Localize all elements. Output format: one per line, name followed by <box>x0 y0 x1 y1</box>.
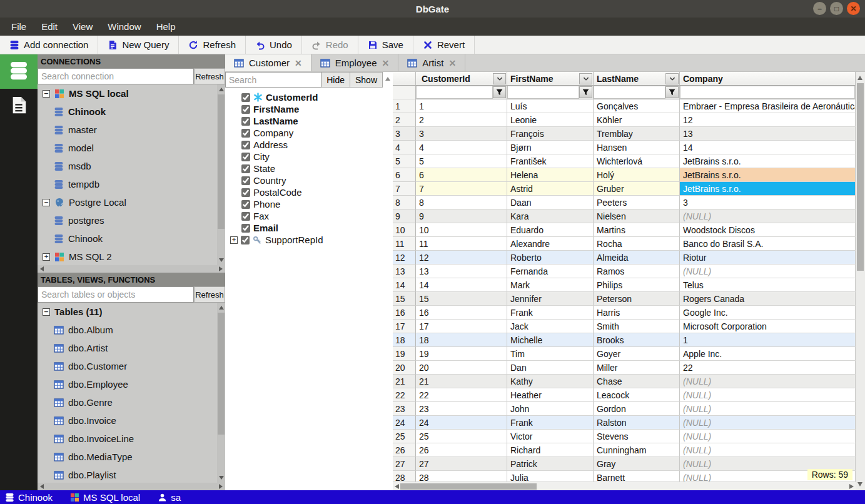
table-item[interactable]: dbo.MediaType <box>38 448 225 466</box>
data-cell[interactable]: Ralston <box>594 416 680 430</box>
data-cell[interactable]: 4 <box>416 141 507 154</box>
tab-employee[interactable]: Employee✕ <box>311 54 398 71</box>
column-toggle-row[interactable]: Email <box>229 222 383 234</box>
column-checkbox[interactable] <box>241 117 250 126</box>
filter-button[interactable] <box>493 86 506 98</box>
data-cell[interactable]: Astrid <box>507 182 594 196</box>
column-checkbox[interactable] <box>241 224 250 233</box>
column-toggle-row[interactable]: Company <box>229 127 383 139</box>
row-number[interactable]: 27 <box>393 457 416 471</box>
column-header-customerid[interactable]: CustomerId <box>416 72 507 86</box>
menu-item-edit[interactable]: Edit <box>35 19 64 34</box>
data-cell[interactable]: Banco do Brasil S.A. <box>680 237 856 251</box>
data-cell[interactable]: Frank <box>507 416 594 430</box>
connection-item[interactable]: Chinook <box>38 103 225 121</box>
data-cell[interactable]: Almeida <box>594 251 680 265</box>
menu-item-view[interactable]: View <box>66 19 99 34</box>
data-cell[interactable]: 12 <box>680 113 856 127</box>
data-cell[interactable]: Gruber <box>594 182 680 196</box>
connection-item[interactable]: −Postgre Local <box>38 193 225 211</box>
save-button[interactable]: Save <box>358 36 413 54</box>
column-checkbox[interactable] <box>241 236 250 244</box>
row-number[interactable]: 17 <box>393 320 416 333</box>
data-cell[interactable]: 3 <box>680 196 856 209</box>
column-checkbox[interactable] <box>241 141 250 149</box>
data-cell[interactable]: Martins <box>594 223 680 237</box>
data-cell[interactable]: (NULL) <box>680 430 856 443</box>
column-header-lastname[interactable]: LastName <box>594 72 680 86</box>
table-item[interactable]: dbo.Artist <box>38 339 225 357</box>
data-cell[interactable]: (NULL) <box>680 443 856 457</box>
data-cell[interactable]: 5 <box>416 154 507 168</box>
row-number[interactable]: 23 <box>393 402 416 416</box>
data-cell[interactable]: Kara <box>507 209 594 223</box>
data-cell[interactable]: Dan <box>507 361 594 375</box>
tab-customer[interactable]: Customer✕ <box>225 54 311 71</box>
data-cell[interactable]: Hansen <box>594 141 680 154</box>
row-number[interactable]: 20 <box>393 361 416 375</box>
data-cell[interactable]: (NULL) <box>680 209 856 223</box>
data-cell[interactable]: Daan <box>507 196 594 209</box>
column-checkbox[interactable] <box>241 105 250 114</box>
column-checkbox[interactable] <box>241 188 250 197</box>
data-cell[interactable]: Rocha <box>594 237 680 251</box>
row-number[interactable]: 7 <box>393 182 416 196</box>
column-checkbox[interactable] <box>241 164 250 173</box>
column-menu-button[interactable] <box>665 73 679 84</box>
data-cell[interactable]: 14 <box>416 278 507 292</box>
table-item[interactable]: dbo.Customer <box>38 357 225 375</box>
collapse-icon[interactable]: − <box>43 308 50 316</box>
data-cell[interactable]: Nielsen <box>594 209 680 223</box>
connections-vscrollbar[interactable] <box>217 84 225 265</box>
column-header-company[interactable]: Company <box>680 72 856 86</box>
data-cell[interactable]: John <box>507 402 594 416</box>
column-toggle-row[interactable]: +SupportRepId <box>229 234 383 246</box>
data-cell[interactable]: 15 <box>416 292 507 306</box>
row-number[interactable]: 1 <box>393 99 416 113</box>
data-cell[interactable]: JetBrains s.r.o. <box>680 154 856 168</box>
data-cell[interactable]: 13 <box>416 265 507 278</box>
row-number[interactable]: 5 <box>393 154 416 168</box>
row-number[interactable]: 9 <box>393 209 416 223</box>
close-button[interactable]: ✕ <box>847 2 860 15</box>
data-cell[interactable]: Kathy <box>507 375 594 388</box>
grid-hscrollbar[interactable] <box>393 481 856 490</box>
menu-item-file[interactable]: File <box>5 19 33 34</box>
data-cell[interactable]: Peeters <box>594 196 680 209</box>
filter-input-company[interactable] <box>680 86 854 98</box>
connection-item[interactable]: postgres <box>38 211 225 229</box>
data-cell[interactable]: 8 <box>416 196 507 209</box>
data-cell[interactable]: 2 <box>416 113 507 127</box>
data-cell[interactable]: (NULL) <box>680 416 856 430</box>
statusbar-chinook[interactable]: Chinook <box>5 492 53 503</box>
table-item[interactable]: dbo.Employee <box>38 375 225 393</box>
column-checkbox[interactable] <box>241 153 250 161</box>
connection-item[interactable]: Chinook <box>38 229 225 248</box>
column-menu-button[interactable] <box>579 73 592 84</box>
data-cell[interactable]: JetBrains s.r.o. <box>680 168 856 182</box>
table-item[interactable]: dbo.Invoice <box>38 411 225 430</box>
tab-close-icon[interactable]: ✕ <box>295 58 302 68</box>
row-number[interactable]: 12 <box>393 251 416 265</box>
data-cell[interactable]: (NULL) <box>680 375 856 388</box>
data-cell[interactable]: 18 <box>416 333 507 347</box>
table-item[interactable]: dbo.Album <box>38 321 225 339</box>
show-button[interactable]: Show <box>350 72 383 88</box>
connections-hscrollbar[interactable] <box>38 265 225 273</box>
data-cell[interactable]: Jack <box>507 320 594 333</box>
data-cell[interactable]: Roberto <box>507 251 594 265</box>
data-cell[interactable]: Michelle <box>507 333 594 347</box>
data-cell[interactable]: Fernanda <box>507 265 594 278</box>
connection-item[interactable]: tempdb <box>38 175 225 193</box>
table-item[interactable]: dbo.Genre <box>38 393 225 411</box>
data-cell[interactable]: Peterson <box>594 292 680 306</box>
column-toggle-row[interactable]: Fax <box>229 210 383 222</box>
data-cell[interactable]: Microsoft Corporation <box>680 320 856 333</box>
maximize-button[interactable]: □ <box>830 2 843 15</box>
data-cell[interactable]: Chase <box>594 375 680 388</box>
columns-panel-scrollbar[interactable] <box>383 72 393 490</box>
hide-button[interactable]: Hide <box>321 72 350 88</box>
data-cell[interactable]: Gordon <box>594 402 680 416</box>
data-cell[interactable]: Wichterlová <box>594 154 680 168</box>
collapse-icon[interactable]: − <box>43 90 50 98</box>
